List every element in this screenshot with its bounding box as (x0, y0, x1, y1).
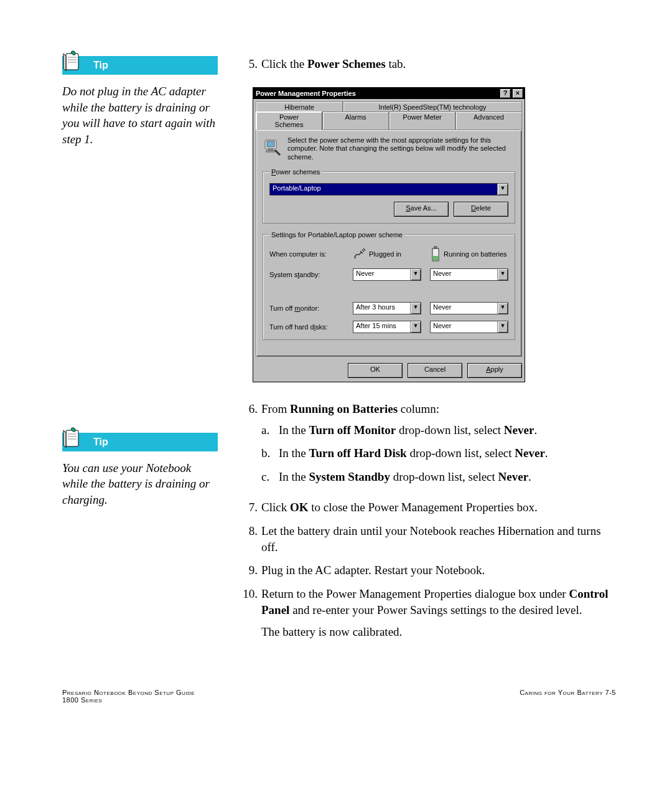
svg-rect-14 (433, 256, 438, 260)
step-6b: b. In the Turn off Hard Disk drop-down l… (261, 445, 548, 461)
step-9: 9. Plug in the AC adapter. Restart your … (236, 562, 616, 578)
footer-left-2: 1800 Series (62, 696, 195, 704)
tab-power-schemes[interactable]: Power Schemes (256, 111, 322, 130)
help-button[interactable]: ? (500, 88, 511, 98)
tab-advanced[interactable]: Advanced (455, 111, 522, 130)
standby-plugged-select[interactable]: Never▼ (353, 268, 421, 281)
tip-header: Tip (62, 433, 218, 451)
tip-block-1: Tip Do not plug in the AC adapter while … (62, 56, 218, 148)
tab-speedstep[interactable]: Intel(R) SpeedStep(TM) technology (343, 101, 522, 112)
standby-battery-select[interactable]: Never▼ (430, 268, 508, 281)
power-schemes-group: Power schemes Portable/Laptop ▼ Save As.… (263, 168, 515, 224)
label-when: When computer is: (269, 250, 344, 258)
step-6a: a. In the Turn off Monitor drop-down lis… (261, 422, 548, 438)
dialog-title: Power Management Properties (256, 90, 498, 97)
svg-rect-11 (266, 151, 275, 152)
label-standby: System standby: (269, 271, 344, 278)
chevron-down-icon: ▼ (497, 321, 508, 333)
closing-text: The battery is now calibrated. (261, 625, 616, 639)
tip-header: Tip (62, 56, 218, 75)
save-as-button[interactable]: Save As... (394, 202, 449, 217)
footer-right: Caring for Your Battery 7-5 (520, 689, 616, 704)
tab-power-meter[interactable]: Power Meter (389, 111, 455, 130)
tab-alarms[interactable]: Alarms (322, 111, 389, 130)
svg-rect-9 (267, 141, 274, 147)
chevron-down-icon: ▼ (410, 269, 421, 280)
tip-block-2: Tip You can use your Notebook while the … (62, 433, 218, 508)
disk-battery-select[interactable]: Never▼ (430, 321, 508, 333)
plug-icon (353, 247, 366, 261)
label-disk: Turn off hard disks: (269, 323, 344, 331)
delete-button[interactable]: Delete (454, 202, 508, 217)
step-8: 8. Let the battery drain until your Note… (236, 523, 616, 555)
chevron-down-icon: ▼ (497, 184, 508, 195)
tip-icon (60, 427, 85, 454)
svg-rect-0 (66, 54, 78, 70)
tab-hibernate[interactable]: Hibernate (256, 101, 343, 112)
ok-button[interactable]: OK (348, 363, 403, 378)
tip-body-2: You can use your Notebook while the batt… (62, 460, 218, 508)
page-footer: Presario Notebook Beyond Setup Guide 180… (0, 689, 672, 704)
cancel-button[interactable]: Cancel (408, 363, 462, 378)
step-6: 6. From Running on Batteries column: a. … (236, 401, 616, 493)
monitor-battery-select[interactable]: Never▼ (430, 302, 508, 314)
tip-body-1: Do not plug in the AC adapter while the … (62, 83, 218, 148)
chevron-down-icon: ▼ (497, 303, 508, 314)
apply-button[interactable]: Apply (467, 363, 522, 378)
step-6c: c. In the System Standby drop-down list,… (261, 469, 548, 485)
svg-rect-13 (434, 247, 437, 248)
chevron-down-icon: ▼ (410, 303, 421, 314)
step-7: 7. Click OK to close the Power Managemen… (236, 499, 616, 516)
step-5: 5. Click the Power Schemes tab. (236, 56, 616, 72)
plugged-in-header: Plugged in (353, 247, 421, 261)
tip-label: Tip (93, 60, 108, 71)
chevron-down-icon: ▼ (410, 321, 421, 333)
footer-left-1: Presario Notebook Beyond Setup Guide (62, 689, 195, 696)
power-management-dialog: Power Management Properties ? × Hibernat… (253, 87, 525, 382)
monitor-plugged-select[interactable]: After 3 hours▼ (353, 302, 421, 314)
disk-plugged-select[interactable]: After 15 mins▼ (353, 321, 421, 333)
info-text: Select the power scheme with the most ap… (287, 136, 515, 162)
step-10: 10. Return to the Power Management Prope… (236, 586, 616, 618)
scheme-select[interactable]: Portable/Laptop ▼ (269, 183, 508, 196)
battery-icon (430, 246, 441, 262)
settings-group: Settings for Portable/Laptop power schem… (263, 231, 515, 340)
label-monitor: Turn off monitor: (269, 304, 344, 312)
titlebar: Power Management Properties ? × (253, 88, 525, 99)
battery-header: Running on batteries (430, 246, 508, 262)
tip-label: Tip (93, 437, 108, 448)
close-button[interactable]: × (512, 88, 523, 98)
tip-icon (60, 50, 85, 77)
power-scheme-icon (263, 136, 282, 156)
chevron-down-icon: ▼ (497, 269, 508, 280)
svg-rect-4 (66, 430, 78, 446)
